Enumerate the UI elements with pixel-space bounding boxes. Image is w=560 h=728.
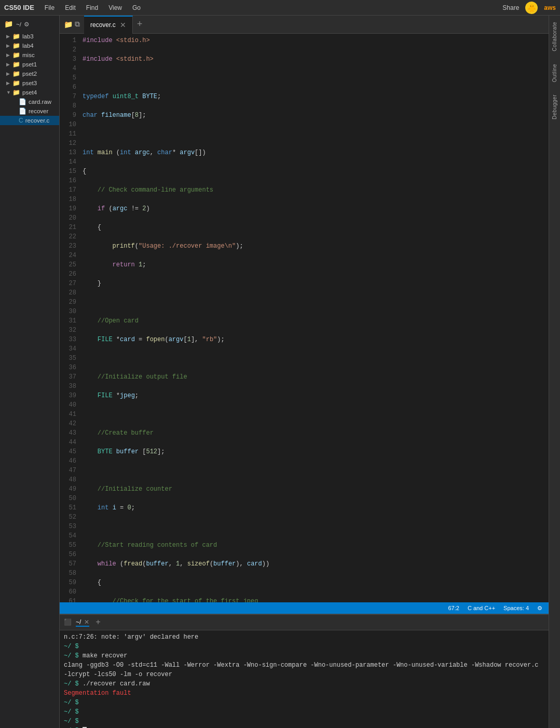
debugger-button[interactable]: Debugger xyxy=(552,92,557,122)
settings-gear-icon[interactable]: ⚙ xyxy=(537,605,542,612)
line-numbers: 12345 678910 1112131415 1617181920 21222… xyxy=(60,36,80,600)
menu-file[interactable]: File xyxy=(43,4,57,11)
terminal-line: n.c:7:26: note: 'argv' declared here xyxy=(64,632,544,642)
sidebar-item-recover[interactable]: 📄 recover xyxy=(0,106,59,116)
arrow-icon: ▶ xyxy=(6,52,12,58)
outline-button[interactable]: Outline xyxy=(552,62,557,84)
sidebar-label-pset3: pset3 xyxy=(22,80,37,86)
sidebar-item-pset3[interactable]: ▶ 📁 pset3 xyxy=(0,78,59,88)
root-label[interactable]: ~/ xyxy=(16,21,21,28)
folder-icon: 📁 xyxy=(12,33,20,40)
folder-icon: 📁 xyxy=(12,61,20,68)
terminal-line: ~/ $ xyxy=(64,726,544,728)
arrow-icon: ▶ xyxy=(6,62,12,67)
tab-recover-c[interactable]: recover.c ✕ xyxy=(84,16,133,34)
spaces-setting: Spaces: 4 xyxy=(503,605,529,611)
terminal-tabs: ⬛ ~/ ✕ + xyxy=(60,615,549,630)
sidebar-item-lab3[interactable]: ▶ 📁 lab3 xyxy=(0,32,59,41)
sidebar-label-recover: recover xyxy=(29,108,48,114)
menu-go[interactable]: Go xyxy=(130,4,143,11)
arrow-icon: ▶ xyxy=(6,34,12,39)
sidebar-item-misc[interactable]: ▶ 📁 misc xyxy=(0,50,59,60)
terminal-body[interactable]: n.c:7:26: note: 'argv' declared here ~/ … xyxy=(60,630,549,728)
sidebar-label-misc: misc xyxy=(22,52,35,58)
terminal-line: ~/ $ xyxy=(64,707,544,717)
code-content[interactable]: #include <stdio.h> #include <stdint.h> t… xyxy=(80,36,549,600)
menu-bar: CS50 IDE File Edit Find View Go Share 🐥 … xyxy=(0,0,560,16)
tab-folder-button[interactable]: 📁 ⧉ xyxy=(60,20,84,29)
terminal-line: ~/ $ ./recover card.raw xyxy=(64,679,544,689)
arrow-icon: ▼ xyxy=(6,90,12,95)
folder-icon: 📁 xyxy=(12,42,20,49)
sidebar-label-lab3: lab3 xyxy=(22,33,34,39)
menu-items: File Edit Find View Go xyxy=(43,4,143,11)
arrow-icon: ▶ xyxy=(6,43,12,48)
menu-bar-right: Share 🐥 aws xyxy=(502,2,556,14)
terminal-line: ~/ $ xyxy=(64,698,544,707)
terminal-line: ~/ $ make recover xyxy=(64,651,544,660)
app-logo: CS50 IDE xyxy=(4,4,34,11)
language-mode: C and C++ xyxy=(468,605,495,611)
arrow-icon: ▶ xyxy=(6,80,12,86)
terminal-icon: ⬛ xyxy=(64,618,72,626)
terminal-line: ~/ $ xyxy=(64,717,544,726)
folder-icon: 📁 xyxy=(12,89,20,96)
tabs-bar: 📁 ⧉ recover.c ✕ + xyxy=(60,16,549,34)
aws-logo: aws xyxy=(544,4,556,11)
share-button[interactable]: Share xyxy=(502,4,519,11)
tab-label: recover.c xyxy=(90,21,116,29)
terminal-line: Segmentation fault xyxy=(64,689,544,698)
folder-icon: 📁 xyxy=(12,51,20,59)
file-icon: 📄 xyxy=(19,107,26,115)
duck-icon: 🐥 xyxy=(525,2,538,14)
terminal-tab-home[interactable]: ~/ ✕ xyxy=(76,618,89,627)
sidebar-item-pset1[interactable]: ▶ 📁 pset1 xyxy=(0,60,59,69)
tab-close-button[interactable]: ✕ xyxy=(120,21,126,29)
right-sidebar: Collaborate Outline Debugger xyxy=(549,16,560,728)
file-icon: 📄 xyxy=(19,98,26,105)
sidebar-label-recover-c: recover.c xyxy=(25,117,50,124)
folder-small-icon: 📁 xyxy=(64,20,73,29)
editor-area: 📁 ⧉ recover.c ✕ + 12345 678910 111213141… xyxy=(60,16,549,728)
sidebar-toolbar: 📁 ~/ ⚙ xyxy=(0,18,59,31)
sidebar-label-card-raw: card.raw xyxy=(29,99,51,105)
sidebar-item-pset2[interactable]: ▶ 📁 pset2 xyxy=(0,69,59,78)
collaborate-button[interactable]: Collaborate xyxy=(552,20,557,53)
copy-icon: ⧉ xyxy=(75,20,80,29)
c-file-icon: C xyxy=(19,117,23,124)
terminal-add-button[interactable]: + xyxy=(95,618,101,627)
terminal-tab-label: ~/ xyxy=(76,618,81,626)
folder-icon: 📁 xyxy=(12,70,20,77)
terminal: ⬛ ~/ ✕ + n.c:7:26: note: 'argv' declared… xyxy=(60,614,549,728)
sidebar-label-lab4: lab4 xyxy=(22,43,34,49)
cursor-position: 67:2 xyxy=(448,605,459,611)
main-layout: 📁 ~/ ⚙ ▶ 📁 lab3 ▶ 📁 lab4 ▶ 📁 misc ▶ 📁 ps… xyxy=(0,16,560,728)
menu-view[interactable]: View xyxy=(106,4,124,11)
sidebar-item-lab4[interactable]: ▶ 📁 lab4 xyxy=(0,41,59,50)
terminal-line: clang -ggdb3 -O0 -std=c11 -Wall -Werror … xyxy=(64,660,544,679)
sidebar-item-card-raw[interactable]: 📄 card.raw xyxy=(0,97,59,106)
arrow-icon: ▶ xyxy=(6,71,12,76)
folder-icon: 📁 xyxy=(12,79,20,87)
terminal-tab-close[interactable]: ✕ xyxy=(84,618,89,626)
sidebar-label-pset2: pset2 xyxy=(22,71,37,77)
sidebar-label-pset4: pset4 xyxy=(22,89,37,96)
sidebar-label-pset1: pset1 xyxy=(22,61,37,68)
tab-add-button[interactable]: + xyxy=(133,19,147,30)
sidebar-item-pset4[interactable]: ▼ 📁 pset4 xyxy=(0,88,59,97)
code-editor[interactable]: 12345 678910 1112131415 1617181920 21222… xyxy=(60,34,549,602)
file-tree: 📁 ~/ ⚙ ▶ 📁 lab3 ▶ 📁 lab4 ▶ 📁 misc ▶ 📁 ps… xyxy=(0,16,60,728)
terminal-line: ~/ $ xyxy=(64,642,544,651)
sidebar-item-recover-c[interactable]: C recover.c xyxy=(0,116,59,125)
folder-icon[interactable]: 📁 xyxy=(4,20,13,29)
menu-edit[interactable]: Edit xyxy=(63,4,78,11)
settings-icon[interactable]: ⚙ xyxy=(24,20,29,29)
status-bar: 67:2 C and C++ Spaces: 4 ⚙ xyxy=(60,602,549,614)
menu-find[interactable]: Find xyxy=(84,4,100,11)
